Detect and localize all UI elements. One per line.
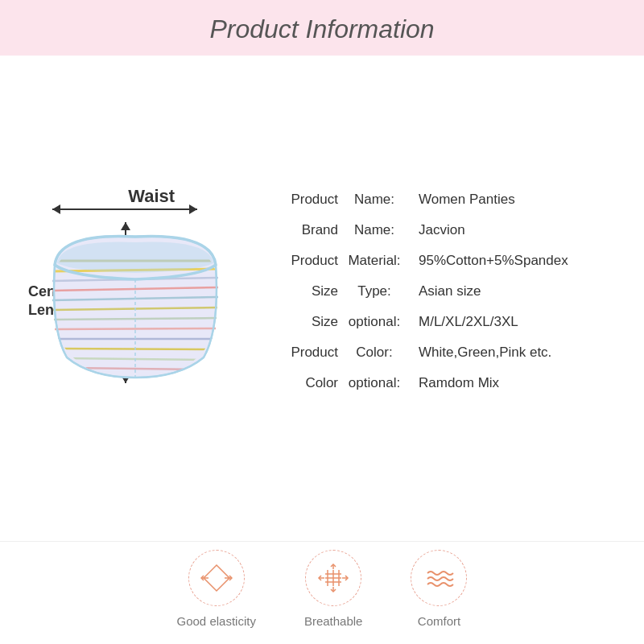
features-section: Good elasticity: [0, 541, 644, 644]
breathable-icon-circle: [305, 550, 361, 606]
feature-elasticity: Good elasticity: [177, 550, 256, 628]
info-row: Brand Name: Jacvion: [266, 222, 620, 238]
info-row: Color optional: Ramdom Mix: [266, 375, 620, 391]
page: Product Information Waist Center Length: [0, 0, 644, 644]
info-col2: Color:: [338, 345, 411, 361]
diagram-panel: Waist Center Length: [16, 72, 250, 525]
info-col1: Brand: [266, 222, 338, 238]
feature-breathable: Breathable: [304, 550, 363, 628]
info-col2: optional:: [338, 314, 411, 330]
info-col2: Material:: [338, 253, 411, 269]
info-col2: Type:: [338, 283, 411, 299]
elasticity-icon-circle: [188, 550, 245, 606]
info-col1: Product: [266, 253, 338, 269]
header: Product Information: [0, 0, 644, 56]
info-row: Product Color: White,Green,Pink etc.: [266, 345, 620, 361]
info-row: Product Name: Women Panties: [266, 192, 620, 208]
page-title: Product Information: [0, 14, 644, 44]
info-col3: Women Panties: [411, 192, 515, 208]
info-col3: M/L/XL/2XL/3XL: [411, 314, 518, 330]
info-table: Product Name: Women Panties Brand Name: …: [266, 192, 620, 406]
feature-comfort: Comfort: [411, 550, 467, 628]
elasticity-icon: [200, 562, 233, 594]
info-col1: Product: [266, 192, 338, 208]
comfort-icon: [423, 562, 455, 594]
comfort-icon-circle: [411, 550, 467, 606]
info-col3: White,Green,Pink etc.: [411, 345, 551, 361]
panty-illustration: [43, 217, 228, 386]
breathable-icon: [317, 562, 349, 594]
info-row: Size Type: Asian size: [266, 283, 620, 299]
info-col2: optional:: [338, 375, 411, 391]
svg-line-8: [55, 328, 216, 329]
info-col1: Product: [266, 345, 338, 361]
info-row: Size optional: M/L/XL/2XL/3XL: [266, 314, 620, 330]
main-content: Waist Center Length: [0, 56, 644, 533]
info-col1: Size: [266, 314, 338, 330]
info-col1: Color: [266, 375, 338, 391]
info-col3: Jacvion: [411, 222, 465, 238]
feature-breathable-label: Breathable: [304, 614, 363, 628]
info-col2: Name:: [338, 192, 411, 208]
info-col3: Ramdom Mix: [411, 375, 499, 391]
waist-arrow: [52, 208, 197, 210]
info-col1: Size: [266, 283, 338, 299]
feature-elasticity-label: Good elasticity: [177, 614, 256, 628]
info-row: Product Material: 95%Cotton+5%Spandex: [266, 253, 620, 269]
info-col3: Asian size: [411, 283, 481, 299]
feature-comfort-label: Comfort: [418, 614, 460, 628]
info-panel: Product Name: Women Panties Brand Name: …: [250, 72, 620, 525]
info-col3: 95%Cotton+5%Spandex: [411, 253, 568, 269]
waist-label: Waist: [128, 186, 175, 207]
diagram-container: Waist Center Length: [28, 178, 237, 419]
info-col2: Name:: [338, 222, 411, 238]
